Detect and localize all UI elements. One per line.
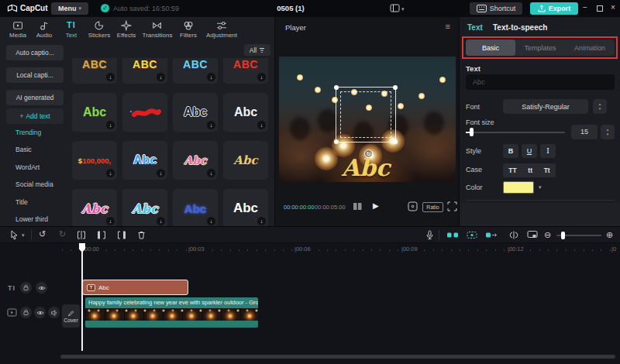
- inspector-tab-text-to-speech[interactable]: Text-to-speech: [493, 23, 547, 32]
- text-preset-card[interactable]: Abc↓: [72, 93, 117, 132]
- mute-track-button[interactable]: [48, 307, 60, 318]
- shortcut-button[interactable]: Shortcut: [470, 2, 522, 15]
- text-preset-card[interactable]: Abc↓: [173, 189, 218, 226]
- link-clips-icon[interactable]: [446, 230, 459, 240]
- close-button[interactable]: ×: [611, 3, 615, 12]
- text-preset-card[interactable]: Abc↓: [223, 189, 268, 226]
- toggle-track-visibility-button[interactable]: [36, 282, 47, 294]
- color-chevron-icon[interactable]: ▾: [539, 184, 542, 191]
- sidebar-item-social-media[interactable]: Social media: [16, 180, 53, 188]
- font-size-value[interactable]: 15: [571, 125, 598, 139]
- layout-chevron-icon[interactable]: ▾: [401, 6, 405, 12]
- text-preset-card[interactable]: Abc↓: [122, 189, 167, 226]
- split-preview-icon[interactable]: [508, 230, 519, 240]
- redo-icon[interactable]: ↻: [59, 229, 66, 239]
- add-text-button[interactable]: + Add text: [6, 108, 64, 124]
- tab-effects[interactable]: Effects: [117, 20, 136, 39]
- fit-screen-icon[interactable]: [408, 201, 418, 211]
- font-size-slider[interactable]: [466, 132, 565, 133]
- timeline-horizontal-scrollbar[interactable]: [60, 355, 615, 359]
- play-button[interactable]: ▶: [373, 201, 379, 210]
- resize-handle[interactable]: [393, 139, 398, 144]
- tab-audio[interactable]: Audio: [36, 20, 52, 39]
- sidebar-item-local-captions[interactable]: Local capti...: [6, 67, 64, 83]
- text-selection-box[interactable]: ↻: [336, 87, 396, 143]
- uppercase-button[interactable]: TT: [508, 167, 516, 174]
- delete-left-icon[interactable]: [96, 230, 107, 240]
- export-button[interactable]: Export: [530, 2, 578, 15]
- underline-button[interactable]: U: [522, 144, 537, 158]
- rotate-handle[interactable]: ↻: [364, 149, 373, 158]
- text-preset-card[interactable]: Abc↓: [223, 93, 268, 132]
- fullscreen-icon[interactable]: [447, 201, 457, 211]
- magnetic-snap-icon[interactable]: [466, 230, 478, 240]
- sidebar-item-title[interactable]: Title: [16, 198, 28, 206]
- text-clip[interactable]: T Abc: [82, 280, 188, 295]
- font-size-stepper[interactable]: ▴ ▾: [601, 125, 615, 139]
- text-preset-card[interactable]: Abc: [223, 141, 268, 180]
- text-preset-card[interactable]: Abc↓: [173, 93, 218, 132]
- text-preset-card[interactable]: Abc↓: [122, 141, 167, 180]
- sidebar-item-lower-third[interactable]: Lower third: [16, 215, 48, 223]
- font-stepper[interactable]: ▴ ▾: [593, 99, 607, 114]
- sidebar-item-wordart[interactable]: WordArt: [16, 163, 40, 171]
- ratio-button[interactable]: Ratio: [422, 202, 443, 212]
- tab-filters[interactable]: Filters: [180, 20, 197, 39]
- sidebar-item-trending[interactable]: Trending: [16, 129, 41, 136]
- playhead-line[interactable]: [81, 243, 83, 351]
- color-swatch[interactable]: [503, 181, 534, 194]
- lock-track-button[interactable]: [20, 307, 32, 318]
- font-size-slider-thumb[interactable]: [470, 128, 474, 136]
- italic-button[interactable]: I: [540, 144, 556, 158]
- filter-all-button[interactable]: All: [244, 44, 270, 56]
- tab-text[interactable]: TI Text: [66, 20, 78, 39]
- toggle-track-visibility-button[interactable]: [34, 307, 46, 318]
- video-overlay-text[interactable]: Abc: [342, 154, 391, 181]
- stepper-down-icon[interactable]: ▾: [607, 132, 609, 136]
- timeline-ruler[interactable]: [62, 249, 617, 251]
- text-preset-card[interactable]: ABC↓: [72, 58, 117, 84]
- timeline-zoom-slider-thumb[interactable]: [561, 232, 565, 239]
- tab-adjustment[interactable]: Adjustment: [206, 20, 237, 39]
- tab-media[interactable]: Media: [9, 20, 26, 39]
- undo-icon[interactable]: ↺: [39, 229, 46, 239]
- text-preset-card[interactable]: ABC↓: [223, 58, 268, 84]
- resize-handle[interactable]: [334, 85, 339, 90]
- resize-handle[interactable]: [393, 85, 398, 90]
- split-icon[interactable]: [76, 230, 87, 240]
- sidebar-item-auto-captions[interactable]: Auto captio...: [6, 45, 64, 60]
- sidebar-item-ai-generated[interactable]: AI generated: [6, 90, 64, 105]
- inspector-tab-text[interactable]: Text: [467, 23, 483, 32]
- resize-handle[interactable]: [334, 139, 339, 144]
- zoom-in-icon[interactable]: ⊕: [606, 230, 613, 240]
- titlecase-button[interactable]: Tt: [544, 167, 550, 174]
- zoom-out-icon[interactable]: ⊖: [544, 230, 551, 240]
- tab-transitions[interactable]: Transitions: [143, 20, 173, 39]
- text-preset-card[interactable]: ABC↓: [122, 58, 167, 84]
- text-preset-card[interactable]: ABC↓: [173, 58, 218, 84]
- menu-button[interactable]: Menu ▾: [51, 2, 88, 15]
- text-preset-card[interactable]: Abc↓: [173, 141, 218, 180]
- tab-stickers[interactable]: Stickers: [88, 20, 110, 39]
- video-clip[interactable]: Happy family celebrating new year eve wi…: [85, 297, 258, 328]
- delete-right-icon[interactable]: [116, 230, 127, 240]
- edit-cover-button[interactable]: Cover: [62, 304, 80, 328]
- frame-preview-icon[interactable]: [353, 202, 363, 211]
- auto-ripple-icon[interactable]: [485, 230, 498, 240]
- font-dropdown[interactable]: Satisfy-Regular: [503, 99, 588, 114]
- text-preset-card[interactable]: $100,000,↓: [72, 141, 117, 180]
- text-preset-card[interactable]: [122, 93, 167, 132]
- text-content-input[interactable]: Abc: [466, 74, 615, 90]
- minimize-button[interactable]: −: [583, 3, 587, 12]
- bold-button[interactable]: B: [503, 144, 518, 158]
- screen-mirror-icon[interactable]: [527, 230, 538, 239]
- record-voiceover-icon[interactable]: [425, 230, 435, 240]
- lock-track-button[interactable]: [20, 282, 32, 294]
- layout-icon[interactable]: [390, 4, 400, 12]
- select-tool-icon[interactable]: [9, 230, 19, 240]
- delete-icon[interactable]: [136, 230, 146, 240]
- maximize-button[interactable]: [597, 5, 603, 12]
- player-menu-icon[interactable]: ≡: [446, 22, 450, 31]
- text-preset-card[interactable]: Abc↓: [72, 189, 117, 226]
- stepper-down-icon[interactable]: ▾: [599, 107, 601, 111]
